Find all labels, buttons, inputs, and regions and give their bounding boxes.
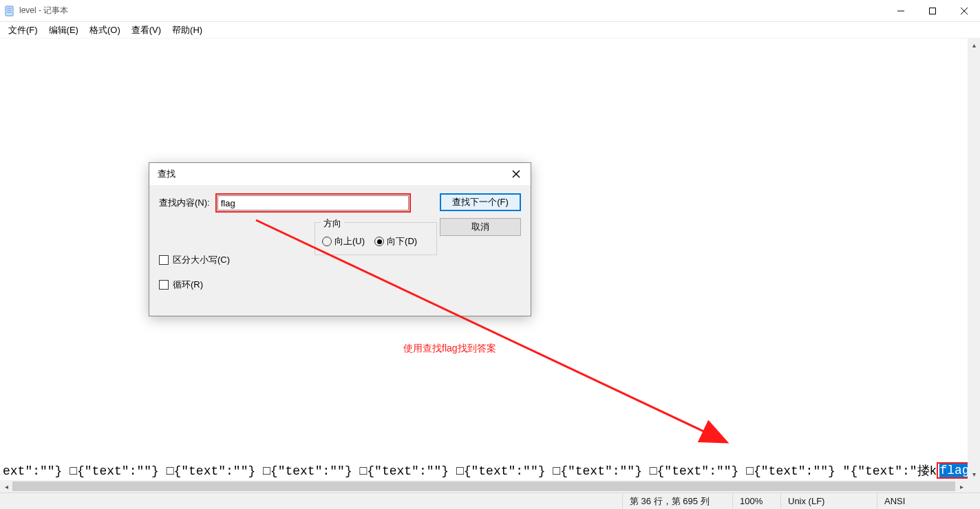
menu-bar: 文件(F) 编辑(E) 格式(O) 查看(V) 帮助(H) [0,22,980,39]
close-button[interactable] [948,0,980,22]
find-next-button[interactable]: 查找下一个(F) [440,193,521,211]
notepad-icon [4,6,15,17]
direction-up-radio[interactable]: 向上(U) [322,235,365,248]
menu-file[interactable]: 文件(F) [3,23,43,38]
window-controls [885,0,980,22]
checkbox-icon [159,255,169,265]
scroll-down-icon[interactable]: ▾ [968,468,980,480]
h-scroll-track[interactable] [12,480,955,492]
find-dialog: 查找 查找内容(N): 查找下一个(F) 取消 方向 向上(U) 向下(D) [149,162,531,316]
h-scroll-thumb[interactable] [12,481,955,491]
radio-icon [374,237,384,246]
selected-text: flag [939,464,968,477]
menu-edit[interactable]: 编辑(E) [43,23,84,38]
direction-down-label: 向下(D) [387,235,417,248]
find-dialog-title: 查找 [158,168,175,180]
find-input-highlight [215,193,411,213]
title-bar: level - 记事本 [0,0,980,22]
checkbox-icon [159,280,169,290]
find-label: 查找内容(N): [159,197,210,209]
text-before-match: ext":""} □{"text":""} □{"text":""} □{"te… [3,462,937,479]
menu-help[interactable]: 帮助(H) [167,23,208,38]
find-dialog-body: 查找内容(N): 查找下一个(F) 取消 方向 向上(U) 向下(D) 区分大小 [149,185,531,316]
maximize-button[interactable] [917,0,948,22]
wrap-around-checkbox[interactable]: 循环(R) [159,279,230,291]
text-line[interactable]: ext":""} □{"text":""} □{"text":""} □{"te… [3,462,968,479]
find-dialog-buttons: 查找下一个(F) 取消 [440,193,521,236]
svg-rect-0 [6,6,13,16]
direction-group: 方向 向上(U) 向下(D) [315,222,437,255]
find-options: 区分大小写(C) 循环(R) [159,254,230,291]
svg-rect-5 [930,8,936,14]
radio-icon [322,237,332,246]
scroll-left-icon[interactable]: ◂ [0,480,12,492]
cancel-button[interactable]: 取消 [440,218,521,236]
status-position: 第 36 行，第 695 列 [622,493,732,509]
menu-view[interactable]: 查看(V) [126,23,167,38]
status-bar: 第 36 行，第 695 列 100% Unix (LF) ANSI [0,492,980,509]
wrap-around-label: 循环(R) [173,279,203,291]
match-case-checkbox[interactable]: 区分大小写(C) [159,254,230,266]
window-title: level - 记事本 [19,5,68,17]
direction-up-label: 向上(U) [334,235,365,248]
status-eol: Unix (LF) [780,493,877,509]
flag-highlight-box: flag{Do_u_kN0w_nbt?} [937,462,968,479]
scroll-right-icon[interactable]: ▸ [955,480,968,492]
scroll-up-icon[interactable]: ▴ [968,39,980,51]
find-input[interactable] [217,195,409,210]
scroll-corner [968,480,980,492]
status-spacer [0,493,622,509]
direction-down-radio[interactable]: 向下(D) [374,235,417,248]
horizontal-scrollbar[interactable]: ◂ ▸ [0,480,968,492]
direction-legend: 方向 [321,217,344,230]
vertical-scrollbar[interactable]: ▴ ▾ [968,39,980,480]
status-zoom: 100% [732,493,780,509]
find-dialog-title-bar[interactable]: 查找 [149,163,531,185]
menu-format[interactable]: 格式(O) [84,23,126,38]
minimize-button[interactable] [885,0,917,22]
status-encoding: ANSI [877,493,980,509]
annotation-text: 使用查找flag找到答案 [403,343,496,355]
find-dialog-close-button[interactable] [502,163,531,185]
match-case-label: 区分大小写(C) [173,254,230,266]
